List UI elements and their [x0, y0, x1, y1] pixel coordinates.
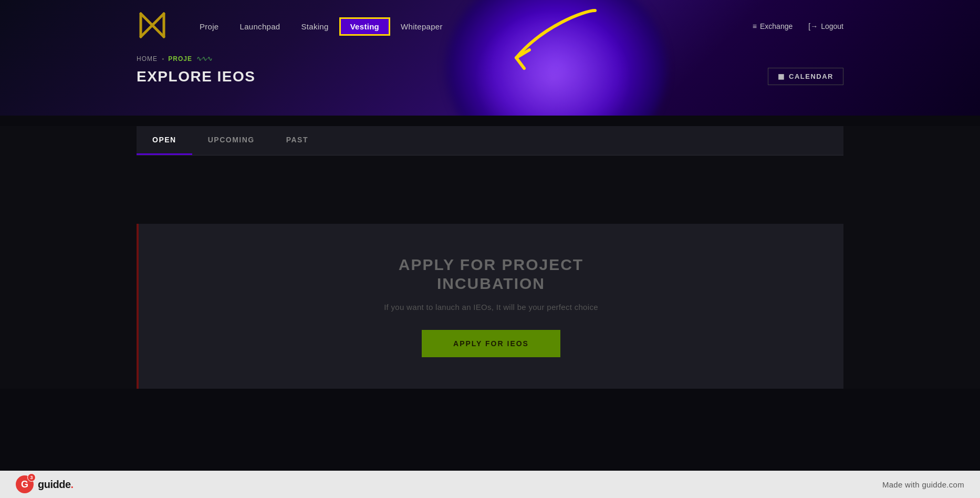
- logo[interactable]: [137, 9, 168, 43]
- apply-ieos-button[interactable]: APPLY FOR IEOS: [422, 330, 560, 357]
- breadcrumb-home: HOME: [137, 55, 158, 63]
- nav-right: ≡ Exchange [→ Logout: [753, 22, 843, 30]
- page-title-row: EXPLORE IEOS ▦ CALENDAR: [137, 68, 843, 85]
- main-content: OPEN UPCOMING PAST APPLY FOR PROJECTINCU…: [0, 126, 980, 389]
- page-title: EXPLORE IEOS: [137, 68, 256, 85]
- exchange-label: Exchange: [760, 22, 793, 30]
- nav-links: Proje Launchpad Staking Vesting Whitepap…: [189, 17, 753, 36]
- tabs-container: OPEN UPCOMING PAST: [137, 126, 843, 155]
- hero-section: Proje Launchpad Staking Vesting Whitepap…: [0, 0, 980, 116]
- guidde-g-icon: G 3: [16, 475, 34, 493]
- page-header: HOME ▪ PROJE ∿∿∿ EXPLORE IEOS ▦ CALENDAR: [0, 43, 980, 85]
- tab-upcoming[interactable]: UPCOMING: [192, 126, 270, 155]
- breadcrumb-dots: ∿∿∿: [196, 55, 212, 63]
- nav-vesting[interactable]: Vesting: [339, 17, 390, 36]
- breadcrumb-current: PROJE: [168, 55, 192, 63]
- breadcrumb: HOME ▪ PROJE ∿∿∿: [137, 55, 843, 63]
- breadcrumb-sep: ▪: [162, 55, 164, 63]
- nav-launchpad[interactable]: Launchpad: [230, 18, 291, 35]
- navbar: Proje Launchpad Staking Vesting Whitepap…: [0, 0, 980, 43]
- calendar-icon: ▦: [778, 72, 785, 80]
- exchange-link[interactable]: ≡ Exchange: [753, 22, 793, 30]
- nav-staking[interactable]: Staking: [290, 18, 339, 35]
- incubation-title: APPLY FOR PROJECTINCUBATION: [399, 255, 583, 293]
- footer-bar: G 3 guidde. Made with guidde.com: [0, 471, 980, 498]
- logout-icon: [→: [808, 22, 818, 30]
- tab-past[interactable]: PAST: [270, 126, 324, 155]
- logout-link[interactable]: [→ Logout: [808, 22, 843, 30]
- logout-label: Logout: [821, 22, 843, 30]
- guidde-badge: 3: [27, 473, 36, 482]
- nav-proje[interactable]: Proje: [189, 18, 230, 35]
- guidde-letter: G: [21, 479, 28, 490]
- empty-content-area: [137, 155, 843, 224]
- guidde-logo: G 3 guidde.: [16, 475, 74, 493]
- incubation-card: APPLY FOR PROJECTINCUBATION If you want …: [137, 224, 843, 389]
- calendar-label: CALENDAR: [789, 72, 833, 80]
- nav-whitepaper[interactable]: Whitepaper: [390, 18, 453, 35]
- guidde-brand: guidde.: [38, 479, 74, 491]
- footer-tagline: Made with guidde.com: [882, 480, 964, 489]
- exchange-icon: ≡: [753, 22, 757, 30]
- incubation-subtitle: If you want to lanuch an IEOs, It will b…: [384, 303, 598, 312]
- calendar-button[interactable]: ▦ CALENDAR: [768, 68, 843, 85]
- tab-open[interactable]: OPEN: [137, 126, 192, 155]
- incubation-section: APPLY FOR PROJECTINCUBATION If you want …: [137, 224, 843, 389]
